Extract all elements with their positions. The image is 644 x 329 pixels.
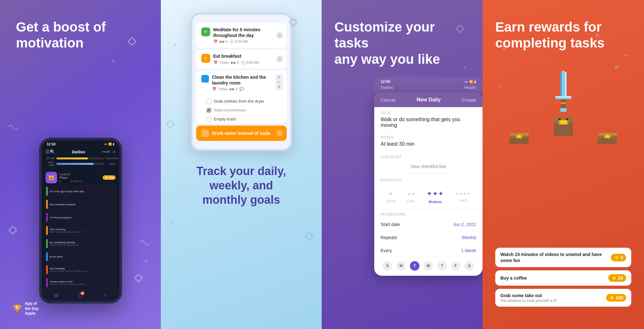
meditate-counter-meta: ▶▶ 8 [220, 40, 228, 44]
headline-line2-p3: any way you like [334, 51, 470, 67]
meditate-plus-btn[interactable]: + [201, 27, 210, 36]
reward-cards-list: Watch 15 minutes of videos to unwind and… [495, 248, 631, 310]
notes-value[interactable]: At least 30 min [381, 141, 476, 150]
task-color-art [46, 278, 48, 287]
diff-trivial[interactable]: ✦ Trivial [386, 190, 396, 203]
diff-easy[interactable]: ✦✦ Easy [407, 191, 415, 203]
diff-hard-icon: ✦✦✦✦ [455, 191, 470, 196]
phone-screen: 12:50 ▪▪▪ 🛜 ▮ ☰ 🔍 Dailies Health + [42, 140, 119, 301]
exp-bar [56, 157, 88, 159]
day-tue[interactable]: T [410, 261, 419, 271]
diff-trivial-icon: ✦ [389, 190, 393, 197]
phone-app-header: ☰ 🔍 Dailies Health + [42, 148, 119, 156]
svg-marker-13 [562, 70, 565, 72]
tagline-line2: weekly, and [197, 178, 286, 193]
start-date-row[interactable]: Start date Jun 2, 2021 [374, 218, 483, 231]
deco-plus-2: + [144, 258, 148, 265]
meditate-meta: 📅 ▶▶ 8 🕗 8:00 AM [213, 40, 282, 44]
task-title-reading: 45m Reading [50, 267, 115, 270]
reward-card-takeout: Grab some take out You deserve to treat … [495, 289, 631, 307]
deco-wave-1 [6, 121, 19, 134]
kitchen-checkbox[interactable] [201, 75, 209, 83]
mana-label: Mana [106, 163, 116, 165]
task-item-reading: 45m Reading Can be a book, articles, fan… [44, 264, 117, 276]
search-icon[interactable]: 🔍 [50, 149, 55, 154]
breakfast-meta: 📅 Today ▶▶ 8 🕗 8:00 AM [213, 61, 282, 65]
deco-diamond-3 [134, 274, 143, 282]
reward-coffee-amount: 20 [618, 275, 623, 281]
reward-coffee-text: Buy a coffee [500, 275, 608, 281]
add-icon[interactable]: + [113, 149, 115, 154]
context-time: 12:50 [381, 79, 390, 84]
day-fri[interactable]: F [451, 261, 461, 271]
phone-status-icons: ▪▪▪ 🛜 ▮ [104, 143, 114, 146]
breakfast-time-meta: 🕗 8:00 AM [241, 61, 259, 65]
breakfast-minus-btn[interactable]: − [276, 56, 283, 62]
gold-badge: 🪙 128 [103, 175, 116, 180]
trash-checkbox[interactable] [206, 117, 211, 122]
panel-motivation: + + Get a boost of motivation 12:50 ▪▪▪ … [0, 0, 161, 329]
task-card-meditate: + Meditate for 5 minutes throughout the … [196, 23, 287, 48]
app-of-the-day-badge: 🏆 App of the Day Apple [13, 301, 39, 316]
diff-medium[interactable]: ✦✦✦ Medium [426, 190, 444, 204]
notes-field: Notes At least 30 min [374, 132, 483, 150]
checklist-section-label: CHECKLIST [374, 150, 483, 161]
dryer-text: Grab clothes from the dryer [214, 99, 264, 104]
day-mon[interactable]: M [396, 261, 406, 271]
day-thu[interactable]: T [437, 261, 447, 271]
day-sun[interactable]: S [383, 261, 392, 271]
repeats-value: Weekly [462, 235, 476, 240]
phone-status-bar: 12:50 ▪▪▪ 🛜 ▮ [42, 140, 119, 148]
signal-icon: ▪▪▪ [104, 143, 107, 146]
repeats-label: Repeats [381, 235, 397, 240]
every-value: 1 Week [461, 248, 476, 253]
task-card-water: Drink water instead of soda − [196, 126, 287, 141]
svg-rect-18 [560, 108, 567, 112]
diff-hard[interactable]: ✦✦✦✦ Hard [455, 191, 470, 202]
cancel-btn[interactable]: Cancel [381, 97, 396, 103]
countertops-text: Wipe countertops [214, 108, 246, 113]
check-tab-icon[interactable]: ✓ [103, 292, 107, 298]
context-wifi: 🛜 [469, 80, 473, 84]
meditate-minus-btn[interactable]: − [276, 32, 283, 39]
headline-line2-p4: completing tasks [495, 35, 605, 51]
diff-medium-icon: ✦✦✦ [426, 190, 444, 198]
home-tab-icon[interactable]: ⊞ [54, 292, 58, 298]
checklist-add-line[interactable]: New checklist line [374, 161, 483, 174]
title-value[interactable]: Walk or do something that gets you movin… [381, 117, 476, 132]
difficulty-section-label: DIFFICULTY [374, 174, 483, 185]
repeats-row[interactable]: Repeats Weekly [374, 231, 483, 244]
context-signal: ▪▪▪ [464, 80, 468, 84]
panel-track: + + + Meditate for 5 minutes throughout … [161, 0, 322, 329]
coin-icon-3 [609, 295, 614, 300]
day-sat[interactable]: S [464, 261, 474, 271]
exp-label: Experience [106, 157, 116, 160]
kitchen-title: Clean the kitchen and the laundry room [212, 74, 282, 86]
health-label: Health [102, 150, 110, 153]
avatar-level: Level 53 [60, 173, 100, 176]
meditate-title: Meditate for 5 minutes throughout the da… [213, 27, 282, 38]
breakfast-plus-btn[interactable]: + [201, 54, 210, 63]
deco-wave-2 [139, 237, 151, 249]
svg-rect-15 [555, 96, 571, 98]
every-row[interactable]: Every 1 Week [374, 244, 483, 257]
tasks-tab-icon[interactable]: 🗒10 [78, 293, 83, 298]
create-btn[interactable]: Create [462, 97, 476, 103]
avatar: 🐱 [46, 172, 57, 183]
water-minus-btn[interactable]: − [276, 130, 283, 136]
diff-hard-label: Hard [459, 198, 467, 202]
countertops-checkbox[interactable]: ✓ [206, 108, 211, 113]
battery-icon: ▮ [113, 143, 114, 146]
checklist-trash: Empty trash [201, 115, 282, 124]
day-wed[interactable]: W [424, 261, 433, 271]
context-battery: ▮ [474, 80, 476, 84]
task-sub-art: even if it is just a doodle on a sticky.… [50, 283, 115, 285]
water-checkbox[interactable] [201, 129, 209, 137]
menu-icon[interactable]: ☰ [46, 149, 50, 154]
coin-icon-1 [614, 255, 619, 260]
deco-diamond-p2-3 [304, 232, 313, 241]
trash-text: Empty trash [214, 117, 236, 121]
badge-line2: the Day [25, 306, 39, 311]
dryer-checkbox[interactable] [206, 99, 211, 104]
exp-value: 33 / 50 [46, 157, 54, 160]
